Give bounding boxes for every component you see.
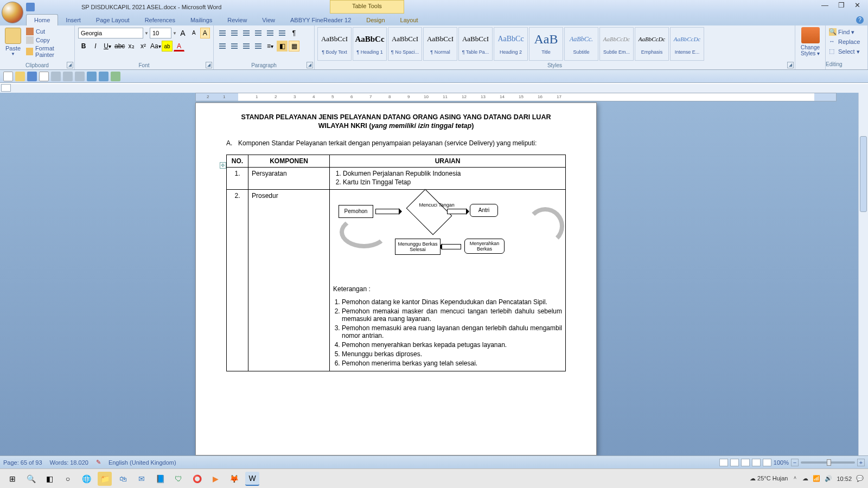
paragraph-launcher[interactable]: ◢ — [307, 62, 313, 68]
vertical-scrollbar[interactable] — [858, 93, 868, 455]
qat-save-icon[interactable] — [27, 72, 37, 81]
numbering-button[interactable] — [229, 28, 240, 38]
font-size-input[interactable] — [150, 28, 171, 38]
grow-font-button[interactable]: A — [178, 28, 188, 38]
tab-view[interactable]: View — [254, 15, 283, 25]
dec-indent-button[interactable] — [253, 28, 264, 38]
search-icon[interactable]: 🔍 — [24, 472, 38, 486]
chrome-icon[interactable]: ⭕ — [190, 472, 204, 486]
qat-spell-icon[interactable] — [75, 72, 85, 81]
weather-widget[interactable]: ☁ 25°C Hujan — [750, 475, 788, 482]
qat-undo-icon[interactable] — [87, 72, 97, 81]
style-item[interactable]: AaBbCcI¶ Body Text — [317, 27, 352, 61]
zoom-out-button[interactable]: − — [791, 459, 799, 466]
close-button[interactable]: ✕ — [854, 1, 860, 9]
qat-mail-icon[interactable] — [39, 72, 49, 81]
qat-redo-icon[interactable] — [99, 72, 108, 81]
tray-chevron-icon[interactable]: ＾ — [792, 474, 798, 483]
subscript-button[interactable]: x₂ — [126, 41, 137, 52]
media-icon[interactable]: ▶ — [208, 472, 222, 486]
save-icon[interactable] — [26, 3, 35, 11]
font-launcher[interactable]: ◢ — [206, 62, 212, 68]
maximize-button[interactable]: ❐ — [838, 1, 845, 9]
format-painter-button[interactable]: Format Painter — [26, 45, 72, 58]
security-icon[interactable]: 🛡 — [171, 472, 186, 486]
qat-print-icon[interactable] — [51, 72, 61, 81]
style-item[interactable]: AaBbCc¶ Heading 1 — [353, 27, 387, 61]
copy-button[interactable]: Copy — [26, 36, 72, 44]
style-item[interactable]: AaBbCcI¶ Normal — [423, 27, 457, 61]
style-item[interactable]: AaBbCc.Subtitle — [564, 27, 598, 61]
scrollbar-thumb[interactable] — [860, 136, 867, 212]
notifications-icon[interactable]: 💬 — [856, 475, 864, 482]
cut-button[interactable]: Cut — [26, 28, 72, 35]
tab-page-layout[interactable]: Page Layout — [88, 15, 137, 25]
style-item[interactable]: AaBbCcI¶ Table Pa... — [458, 27, 493, 61]
sort-button[interactable] — [277, 28, 288, 38]
clear-format-button[interactable]: A — [200, 28, 210, 38]
zoom-slider[interactable] — [801, 461, 855, 464]
shrink-font-button[interactable]: A — [189, 28, 199, 38]
proofing-icon[interactable]: ✎ — [96, 459, 101, 466]
tab-references[interactable]: References — [137, 15, 183, 25]
start-button[interactable]: ⊞ — [5, 472, 20, 486]
cortana-icon[interactable]: ○ — [61, 472, 75, 486]
tab-abbyy[interactable]: ABBYY FineReader 12 — [283, 15, 359, 25]
store-icon[interactable]: 🛍 — [116, 472, 130, 486]
qat-open-icon[interactable] — [15, 72, 25, 81]
align-right-button[interactable] — [241, 41, 252, 51]
zoom-in-button[interactable]: + — [857, 459, 865, 466]
print-layout-view-icon[interactable] — [719, 459, 728, 466]
select-button[interactable]: ⬚Select ▾ — [829, 48, 864, 55]
change-styles-button[interactable]: ChangeStyles ▾ — [795, 25, 826, 69]
outline-view-icon[interactable] — [752, 459, 761, 466]
status-words[interactable]: Words: 18.020 — [50, 459, 88, 466]
align-center-button[interactable] — [229, 41, 240, 51]
help-icon[interactable]: ? — [856, 16, 864, 24]
word-icon[interactable]: 📘 — [153, 472, 167, 486]
edge-icon[interactable]: 🌐 — [79, 472, 93, 486]
line-spacing-button[interactable]: ≡▾ — [265, 41, 276, 52]
styles-launcher[interactable]: ◢ — [787, 62, 794, 68]
onedrive-icon[interactable]: ☁ — [802, 475, 808, 482]
style-item[interactable]: AaBTitle — [529, 27, 563, 61]
table-move-handle[interactable]: ✥ — [220, 162, 226, 169]
firefox-icon[interactable]: 🦊 — [227, 472, 241, 486]
underline-button[interactable]: U▾ — [102, 41, 113, 52]
wifi-icon[interactable]: 📶 — [813, 475, 820, 482]
superscript-button[interactable]: x² — [138, 41, 149, 52]
show-marks-button[interactable]: ¶ — [289, 28, 299, 38]
tab-insert[interactable]: Insert — [58, 15, 88, 25]
borders-button[interactable]: ▦ — [289, 41, 299, 52]
status-language[interactable]: English (United Kingdom) — [108, 459, 176, 466]
find-button[interactable]: 🔍Find ▾ — [829, 28, 864, 36]
horizontal-ruler[interactable]: 2 1 1 2 3 4 5 6 7 8 9 10 11 12 13 14 15 … — [195, 93, 837, 101]
change-case-button[interactable]: Aa▾ — [150, 41, 161, 52]
shading-button[interactable]: ◧ — [277, 41, 288, 52]
qat-new-icon[interactable] — [3, 72, 13, 81]
qat-table-icon[interactable] — [111, 72, 120, 81]
mail-icon[interactable]: ✉ — [135, 472, 149, 486]
style-item[interactable]: AaBbCcDcSubtle Em... — [599, 27, 634, 61]
strike-button[interactable]: abc — [114, 41, 125, 52]
explorer-icon[interactable]: 📁 — [98, 472, 112, 486]
style-item[interactable]: AaBbCcDcEmphasis — [635, 27, 669, 61]
tab-review[interactable]: Review — [220, 15, 254, 25]
bullets-button[interactable] — [217, 28, 228, 38]
italic-button[interactable]: I — [90, 41, 101, 52]
bold-button[interactable]: B — [78, 41, 89, 52]
clock[interactable]: 10:52 — [837, 476, 852, 482]
align-left-button[interactable] — [217, 41, 228, 51]
paste-button[interactable]: Paste ▼ — [2, 27, 24, 61]
font-color-button[interactable]: A — [174, 41, 184, 52]
zoom-value[interactable]: 100% — [774, 459, 789, 466]
draft-view-icon[interactable] — [763, 459, 771, 466]
clipboard-launcher[interactable]: ◢ — [67, 62, 73, 68]
tab-design[interactable]: Design — [359, 15, 392, 25]
inc-indent-button[interactable] — [265, 28, 276, 38]
minimize-button[interactable]: — — [821, 1, 828, 9]
volume-icon[interactable]: 🔊 — [825, 475, 832, 482]
tab-selector[interactable] — [1, 84, 11, 92]
tab-home[interactable]: Home — [26, 14, 58, 25]
document-page[interactable]: STANDAR PELAYANAN JENIS PELAYANAN DATANG… — [195, 102, 597, 455]
